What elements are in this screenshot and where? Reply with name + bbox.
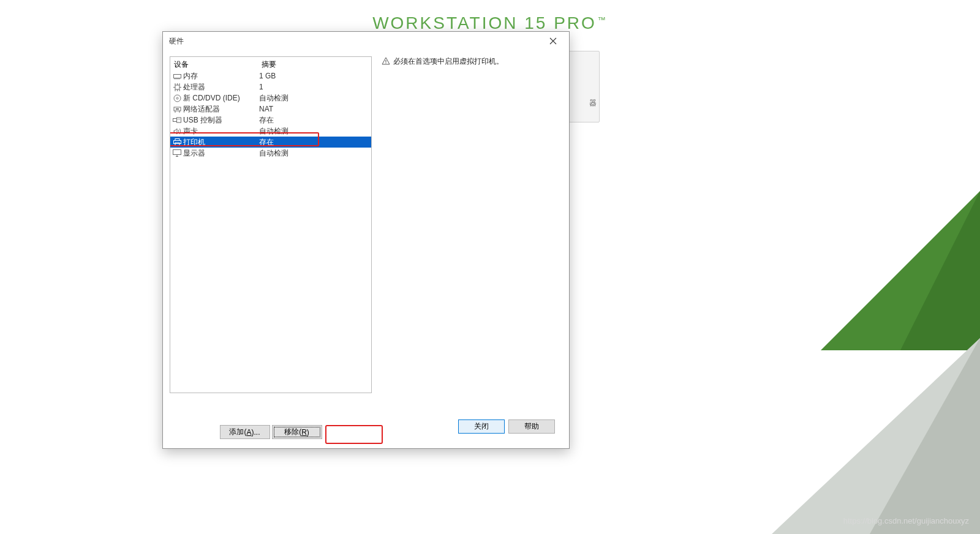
background-artwork <box>637 191 980 534</box>
svg-rect-19 <box>385 62 386 63</box>
device-row-cpu[interactable]: 处理器1 <box>170 81 371 92</box>
svg-marker-1 <box>900 191 980 350</box>
device-row-printer[interactable]: 打印机存在 <box>170 137 371 148</box>
bg-panel-peek-char: 器 <box>589 98 597 108</box>
device-list[interactable]: 设备 摘要 内存1 GB处理器1新 CD/DVD (IDE)自动检测网络适配器N… <box>170 56 372 393</box>
hardware-dialog: 硬件 设备 摘要 内存1 GB处理器1新 CD/DVD (IDE)自动检测网络适… <box>162 31 570 449</box>
cpu-icon <box>173 83 181 91</box>
printer-icon <box>173 138 181 146</box>
device-row-sound[interactable]: 声卡自动检测 <box>170 126 371 137</box>
device-summary: 存在 <box>259 115 370 126</box>
detail-warning: 必须在首选项中启用虚拟打印机。 <box>382 56 562 67</box>
header-device: 设备 <box>172 59 259 70</box>
device-summary: 自动检测 <box>259 148 370 159</box>
watermark-url: https://blog.csdn.net/guijianchouxyz <box>843 516 969 525</box>
svg-rect-12 <box>178 119 178 119</box>
svg-rect-11 <box>177 118 181 122</box>
device-summary: 存在 <box>259 137 370 148</box>
device-name: 内存 <box>183 71 198 81</box>
svg-rect-15 <box>173 141 181 144</box>
bg-title-tm: ™ <box>598 15 608 24</box>
help-button[interactable]: 帮助 <box>508 419 555 434</box>
background-app-title: WORKSTATION 15 PRO™ <box>0 13 980 33</box>
dialog-title: 硬件 <box>169 36 184 47</box>
svg-rect-17 <box>173 150 181 155</box>
display-icon <box>173 149 181 157</box>
device-name: 网络适配器 <box>183 104 220 115</box>
dialog-titlebar[interactable]: 硬件 <box>163 32 569 50</box>
device-pane: 设备 摘要 内存1 GB处理器1新 CD/DVD (IDE)自动检测网络适配器N… <box>170 56 372 441</box>
bg-title-main: WORKSTATION 15 <box>372 13 554 32</box>
device-row-disc[interactable]: 新 CD/DVD (IDE)自动检测 <box>170 92 371 103</box>
device-summary: 1 GB <box>259 72 370 80</box>
header-summary: 摘要 <box>259 59 370 70</box>
device-name: 声卡 <box>183 126 198 137</box>
detail-warning-text: 必须在首选项中启用虚拟打印机。 <box>393 56 503 67</box>
remove-button[interactable]: 移除(R) <box>272 425 322 439</box>
dialog-footer: 关闭 帮助 <box>458 419 555 434</box>
svg-marker-2 <box>772 338 980 534</box>
svg-rect-5 <box>175 85 179 89</box>
disc-icon <box>173 94 181 102</box>
memory-icon <box>173 72 181 80</box>
bg-title-accent: PRO <box>554 13 597 32</box>
device-button-row: 添加(A)... 移除(R) <box>170 425 372 441</box>
close-button[interactable]: 关闭 <box>458 419 505 434</box>
device-list-header: 设备 摘要 <box>170 57 371 70</box>
svg-point-7 <box>176 97 178 99</box>
usb-icon <box>173 116 181 124</box>
device-summary: 1 <box>259 83 370 91</box>
device-row-network[interactable]: 网络适配器NAT <box>170 103 371 115</box>
svg-marker-3 <box>870 338 980 534</box>
warning-icon <box>382 57 390 66</box>
device-summary: 自动检测 <box>259 126 370 137</box>
network-icon <box>173 105 181 113</box>
svg-rect-9 <box>176 108 179 110</box>
svg-marker-0 <box>821 191 980 350</box>
device-row-display[interactable]: 显示器自动检测 <box>170 148 371 159</box>
device-name: 处理器 <box>183 82 205 92</box>
device-name: 打印机 <box>183 137 205 148</box>
svg-point-6 <box>174 95 181 102</box>
svg-rect-18 <box>385 60 386 62</box>
sound-icon <box>173 127 181 135</box>
device-row-usb[interactable]: USB 控制器存在 <box>170 115 371 126</box>
svg-rect-10 <box>173 119 177 122</box>
svg-rect-4 <box>173 74 181 78</box>
svg-rect-13 <box>179 119 180 119</box>
device-name: USB 控制器 <box>183 115 222 126</box>
detail-pane: 必须在首选项中启用虚拟打印机。 <box>382 56 562 415</box>
close-icon[interactable] <box>541 32 565 50</box>
svg-rect-16 <box>175 143 179 146</box>
device-name: 显示器 <box>183 148 205 159</box>
add-button[interactable]: 添加(A)... <box>220 425 270 439</box>
device-summary: 自动检测 <box>259 93 370 103</box>
device-summary: NAT <box>259 105 370 113</box>
device-row-memory[interactable]: 内存1 GB <box>170 70 371 81</box>
device-name: 新 CD/DVD (IDE) <box>183 93 240 103</box>
